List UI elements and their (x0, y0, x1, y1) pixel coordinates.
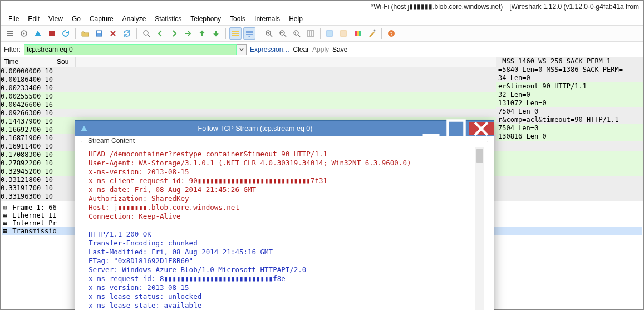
packet-info-fragment: r&comp=acl&timeout=90 HTTP/1.1 (496, 116, 643, 124)
title-caption-right: [Wireshark 1.12.0 (v1.12.0-0-g4fab41a fr… (509, 1, 639, 13)
filter-input[interactable] (24, 44, 237, 55)
dialog-titlebar[interactable]: Follow TCP Stream (tcp.stream eq 0) (75, 121, 494, 136)
colorize-list-icon[interactable] (229, 27, 242, 40)
col-time[interactable]: Time (1, 57, 53, 67)
auto-scroll-icon[interactable] (243, 27, 255, 40)
svg-rect-23 (357, 31, 359, 36)
stream-content-textarea[interactable]: HEAD /democontainer?restype=container&ti… (85, 147, 484, 310)
svg-point-8 (144, 31, 148, 35)
save-file-icon[interactable] (93, 27, 105, 40)
menu-statistics[interactable]: Statistics (150, 14, 186, 24)
main-content: Time Sou 0.00000000 100.00186400 100.002… (1, 57, 643, 309)
restart-capture-icon[interactable] (60, 27, 72, 40)
filter-label: Filter: (4, 46, 21, 53)
svg-rect-1 (7, 33, 13, 34)
svg-rect-13 (246, 32, 253, 33)
packet-info-overflow: MSS=1460 WS=256 SACK_PERM=1=5840 Len=0 M… (496, 57, 643, 309)
svg-rect-0 (7, 31, 13, 32)
packet-info-fragment: 131072 Len=0 (496, 99, 643, 107)
go-forward-icon[interactable] (168, 27, 180, 40)
toolbar-separator (259, 28, 259, 39)
capture-filters-icon[interactable] (324, 27, 336, 40)
packet-info-fragment: 34 Len=0 (496, 74, 643, 82)
menu-view[interactable]: View (44, 14, 67, 24)
titlebar: *Wi-Fi (host j▮▮▮▮▮▮.blob.core.windows.n… (1, 1, 643, 13)
svg-rect-5 (49, 31, 55, 36)
menu-go[interactable]: Go (67, 14, 85, 24)
packet-info-fragment: 7504 Len=0 (496, 107, 643, 116)
wireshark-main-window: *Wi-Fi (host j▮▮▮▮▮▮.blob.core.windows.n… (0, 0, 644, 310)
coloring-rules-icon[interactable] (352, 27, 364, 40)
svg-point-25 (374, 30, 376, 32)
menu-capture[interactable]: Capture (85, 14, 118, 24)
svg-text:1: 1 (294, 32, 297, 35)
go-back-icon[interactable] (154, 27, 166, 40)
packet-info-fragment: 32 Len=0 (496, 91, 643, 99)
toolbar-separator (225, 28, 226, 39)
packet-info-fragment: MSS=1460 WS=256 SACK_PERM=1 (496, 57, 643, 66)
packet-info-fragment: =5840 Len=0 MSS=1386 SACK_PERM= (496, 66, 643, 74)
menubar: File Edit View Go Capture Analyze Statis… (1, 13, 643, 25)
preferences-icon[interactable] (366, 27, 378, 40)
packet-info-fragment: 130816 Len=0 (496, 132, 643, 141)
stop-capture-icon[interactable] (46, 27, 58, 40)
follow-tcp-stream-dialog: Follow TCP Stream (tcp.stream eq 0) Stre… (75, 120, 494, 310)
go-last-icon[interactable] (210, 27, 222, 40)
menu-help[interactable]: Help (284, 14, 307, 24)
scrollbar[interactable] (475, 147, 484, 310)
menu-internals[interactable]: Internals (250, 14, 284, 24)
filter-apply-button[interactable]: Apply (312, 46, 329, 53)
close-button[interactable] (469, 122, 494, 135)
menu-edit[interactable]: Edit (23, 14, 44, 24)
svg-rect-22 (355, 31, 357, 36)
main-toolbar: 1 ? (1, 25, 643, 42)
dialog-title: Follow TCP Stream (tcp.stream eq 0) (92, 125, 419, 132)
svg-rect-9 (232, 31, 239, 32)
col-source[interactable]: Sou (53, 57, 76, 67)
open-file-icon[interactable] (79, 27, 91, 40)
svg-rect-10 (232, 33, 239, 34)
svg-rect-19 (307, 31, 314, 36)
capture-options-icon[interactable] (18, 27, 30, 40)
svg-rect-2 (7, 35, 13, 36)
svg-rect-11 (232, 35, 239, 36)
filter-save-button[interactable]: Save (332, 46, 347, 53)
menu-telephony[interactable]: Telephony (186, 14, 225, 24)
menu-file[interactable]: File (4, 14, 23, 24)
packet-info-fragment: er&timeout=90 HTTP/1.1 (496, 82, 643, 91)
toolbar-separator (381, 28, 382, 39)
list-interfaces-icon[interactable] (4, 27, 16, 40)
filter-expression-button[interactable]: Expression… (250, 46, 289, 53)
zoom-out-icon[interactable] (277, 27, 289, 40)
start-capture-icon[interactable] (32, 27, 44, 40)
stream-content-label: Stream Content (86, 137, 137, 145)
zoom-reset-icon[interactable]: 1 (291, 27, 303, 40)
svg-rect-20 (327, 31, 332, 36)
zoom-in-icon[interactable] (263, 27, 275, 40)
resize-columns-icon[interactable] (304, 27, 317, 40)
menu-tools[interactable]: Tools (225, 14, 250, 24)
go-to-packet-icon[interactable] (182, 27, 194, 40)
shark-fin-icon (80, 124, 89, 133)
filter-dropdown-icon[interactable] (237, 44, 247, 55)
reload-file-icon[interactable] (121, 27, 133, 40)
go-first-icon[interactable] (196, 27, 208, 40)
minimize-button[interactable] (419, 122, 444, 135)
filter-clear-button[interactable]: Clear (293, 46, 309, 53)
svg-rect-7 (97, 31, 101, 33)
svg-rect-12 (246, 31, 253, 32)
filter-combo[interactable] (24, 44, 247, 55)
display-filters-icon[interactable] (338, 27, 350, 40)
menu-analyze[interactable]: Analyze (118, 14, 151, 24)
filter-toolbar: Filter: Expression… Clear Apply Save (1, 42, 643, 57)
stream-content-group: Stream Content HEAD /democontainer?resty… (81, 141, 488, 310)
svg-rect-24 (359, 31, 361, 36)
toolbar-separator (136, 28, 137, 39)
find-packet-icon[interactable] (140, 27, 153, 40)
scrollbar-thumb[interactable] (476, 149, 483, 163)
toolbar-separator (320, 28, 321, 39)
packet-info-fragment: 7504 Len=0 (496, 124, 643, 132)
help-icon[interactable]: ? (385, 27, 397, 40)
maximize-button[interactable] (444, 122, 469, 135)
close-file-icon[interactable] (107, 27, 119, 40)
